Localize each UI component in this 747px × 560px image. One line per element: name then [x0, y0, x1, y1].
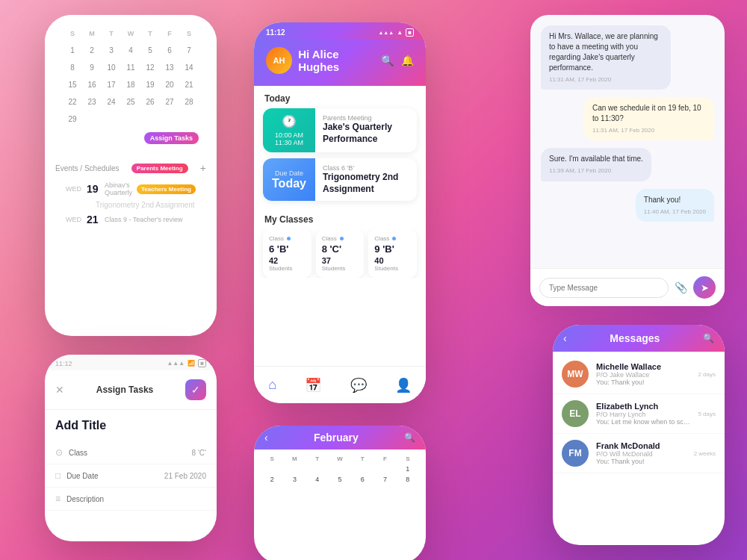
prev-month-button[interactable]: ‹ [264, 432, 268, 444]
cal-day[interactable]: 19 [140, 78, 160, 92]
cal-day[interactable]: 11 [121, 60, 140, 75]
task-title-area[interactable]: Add Title [45, 410, 217, 441]
search-icon[interactable]: 🔍 [404, 432, 415, 443]
cal-day[interactable]: 21 [179, 78, 199, 92]
class-students: Students [374, 265, 411, 272]
cal-day[interactable]: 3 [284, 474, 305, 485]
cal-header-bar: ‹ February 🔍 [254, 426, 426, 449]
class-label: Class [374, 235, 389, 242]
description-label: Description [66, 495, 104, 503]
confirm-button[interactable]: ✓ [185, 379, 206, 400]
cal-day[interactable]: 1 [397, 464, 418, 474]
cal-day[interactable]: 7 [374, 474, 395, 485]
message-input[interactable] [539, 278, 669, 298]
brand-logo: K [688, 521, 701, 542]
notification-icon[interactable]: 🔔 [401, 55, 414, 66]
due-date-label: Due Date [275, 169, 303, 177]
event-sub: Parents Meeting [323, 114, 409, 122]
cal-day[interactable]: 17 [102, 78, 121, 92]
cal-day-header: T [140, 27, 160, 40]
wifi-icon: ▲ [397, 29, 403, 36]
cal-day[interactable]: 2 [82, 43, 102, 57]
messages-nav-icon[interactable]: 💬 [350, 377, 367, 393]
cal-day[interactable]: 29 [63, 112, 82, 126]
class-icon: ⊙ [55, 447, 63, 458]
event-card-1[interactable]: 🕐 10:00 AM 11:30 AM Parents Meeting Jake… [263, 108, 417, 152]
cal-day[interactable]: 25 [121, 95, 140, 109]
add-event-button[interactable]: + [200, 162, 206, 174]
cal-day-header: S [179, 27, 199, 40]
assign-tasks-badge[interactable]: Assign Tasks [144, 132, 199, 144]
cal-day[interactable]: 8 [63, 60, 82, 75]
chat-text: Hi Mrs. Wallace, we are planning to have… [549, 31, 663, 73]
message-item-3[interactable]: FM Frank McDonald P/O Will McDonald You:… [553, 434, 725, 473]
cal-day[interactable]: 6 [352, 474, 373, 485]
message-list: MW Michelle Wallace P/O Jake Wallace You… [553, 352, 725, 531]
calendar-nav-icon[interactable]: 📅 [305, 377, 321, 393]
event-card-2[interactable]: Due Date Today Class 6 'B' Trigonometry … [263, 158, 417, 201]
cal-day[interactable]: 9 [82, 60, 102, 75]
battery-icon: ■ [406, 28, 414, 37]
message-item-2[interactable]: EL Elizabeth Lynch P/O Harry Lynch You: … [553, 394, 725, 434]
cal-day[interactable]: 24 [102, 95, 121, 109]
close-icon[interactable]: ✕ [55, 384, 64, 396]
search-icon[interactable]: 🔍 [381, 55, 394, 66]
msg-preview: You: Thank you! [596, 379, 690, 386]
cal-day[interactable]: 28 [179, 95, 199, 109]
cal-day[interactable]: 3 [102, 43, 121, 57]
class-count: 37 [322, 256, 359, 265]
cal-day[interactable]: 2 [261, 474, 282, 485]
cal-day[interactable]: 1 [63, 43, 82, 57]
cal-day[interactable]: 23 [82, 95, 102, 109]
class-count: 40 [374, 256, 411, 265]
calendar-phone: ‹ February 🔍 S M T W T F S 1 2 3 4 5 6 [254, 426, 426, 560]
cal-day[interactable]: 4 [121, 43, 140, 57]
teachers-meeting-badge[interactable]: Teachers Meeting [137, 184, 196, 194]
cal-day[interactable]: 16 [82, 78, 102, 92]
task-phone: 11:12 ▲▲▲ 📶 ■ ✕ Assign Tasks ✓ Add Title… [45, 355, 217, 541]
task-class-field: ⊙ Class 8 'C' [45, 441, 217, 464]
description-icon: ≡ [55, 494, 61, 504]
sched-event-name: Abinav's Quarterly [105, 181, 132, 196]
back-button[interactable]: ‹ [563, 332, 567, 344]
cal-day[interactable]: 8 [397, 474, 418, 485]
cal-day[interactable]: 26 [140, 95, 160, 109]
cal-day[interactable]: 13 [160, 60, 179, 75]
event-time-end: 11:30 AM [275, 139, 303, 146]
cal-day [374, 464, 395, 474]
cal-day [329, 464, 350, 474]
phone-content: Today 🕐 10:00 AM 11:30 AM Parents Meetin… [254, 86, 426, 377]
cal-day[interactable]: 6 [160, 43, 179, 57]
sched-day: WED [66, 185, 82, 193]
cal-day[interactable]: 5 [140, 43, 160, 57]
avatar-2: EL [562, 400, 589, 427]
search-icon[interactable]: 🔍 [703, 333, 714, 343]
cal-day[interactable]: 22 [63, 95, 82, 109]
sched-event-name: Class 9 - Teacher's review [105, 216, 196, 223]
class-card-2[interactable]: Class 8 'C' 37 Students [316, 229, 365, 278]
class-card-1[interactable]: Class 6 'B' 42 Students [263, 229, 311, 278]
schedule-row-1: WED 19 Abinav's Quarterly Teachers Meeti… [55, 178, 206, 199]
cal-day-header: S [261, 454, 282, 464]
cal-day[interactable]: 18 [121, 78, 140, 92]
task-header: ✕ Assign Tasks ✓ [45, 370, 217, 410]
send-button[interactable]: ➤ [693, 276, 716, 299]
cal-day[interactable]: 5 [329, 474, 350, 485]
cal-day[interactable]: 4 [307, 474, 328, 485]
class-card-3[interactable]: Class 9 'B' 40 Students [368, 229, 417, 278]
cal-day[interactable]: 20 [160, 78, 179, 92]
cal-day[interactable]: 27 [160, 95, 179, 109]
home-nav-icon[interactable]: ⌂ [268, 377, 276, 393]
contact-sub: P/O Will McDonald [596, 450, 686, 458]
parents-meeting-badge[interactable]: Parents Meeting [131, 164, 188, 173]
cal-day[interactable]: 12 [140, 60, 160, 75]
attach-icon[interactable]: 📎 [675, 281, 687, 293]
avatar-3: FM [562, 440, 589, 467]
message-item-1[interactable]: MW Michelle Wallace P/O Jake Wallace You… [553, 355, 725, 394]
cal-day[interactable]: 15 [63, 78, 82, 92]
cal-day[interactable]: 10 [102, 60, 121, 75]
msg-content-3: Frank McDonald P/O Will McDonald You: Th… [596, 441, 686, 465]
profile-nav-icon[interactable]: 👤 [395, 377, 412, 393]
cal-day[interactable]: 14 [179, 60, 199, 75]
cal-day[interactable]: 7 [179, 43, 199, 57]
